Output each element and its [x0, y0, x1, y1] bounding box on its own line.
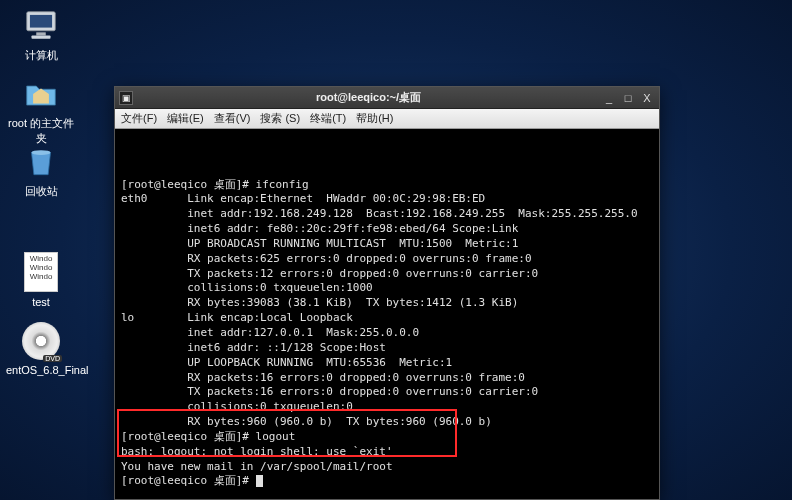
menu-file[interactable]: 文件(F) — [121, 111, 157, 126]
menu-edit[interactable]: 编辑(E) — [167, 111, 204, 126]
terminal-body[interactable]: [root@leeqico 桌面]# ifconfigeth0 Link enc… — [115, 129, 659, 499]
dvd-icon — [22, 322, 60, 360]
menubar: 文件(F) 编辑(E) 查看(V) 搜索 (S) 终端(T) 帮助(H) — [115, 109, 659, 129]
menu-help[interactable]: 帮助(H) — [356, 111, 393, 126]
terminal-line: bash: logout: not login shell: use `exit… — [121, 445, 653, 460]
maximize-button[interactable]: □ — [620, 91, 636, 105]
minimize-button[interactable]: _ — [601, 91, 617, 105]
trash-icon — [21, 144, 61, 180]
terminal-window: ▣ root@leeqico:~/桌面 _ □ X 文件(F) 编辑(E) 查看… — [114, 86, 660, 500]
terminal-line: inet6 addr: fe80::20c:29ff:fe98:ebed/64 … — [121, 222, 653, 237]
desktop-icon-trash[interactable]: 回收站 — [6, 144, 76, 199]
menu-terminal[interactable]: 终端(T) — [310, 111, 346, 126]
desktop-icon-home-folder[interactable]: root 的主文件夹 — [6, 76, 76, 146]
menu-search[interactable]: 搜索 (S) — [260, 111, 300, 126]
terminal-line: inet6 addr: ::1/128 Scope:Host — [121, 341, 653, 356]
cursor — [256, 475, 263, 487]
terminal-line: UP LOOPBACK RUNNING MTU:65536 Metric:1 — [121, 356, 653, 371]
desktop-icon-label: test — [6, 296, 76, 308]
desktop-icon-label: entOS_6.8_Final — [6, 364, 76, 376]
terminal-line: RX bytes:39083 (38.1 KiB) TX bytes:1412 … — [121, 296, 653, 311]
terminal-line: RX packets:16 errors:0 dropped:0 overrun… — [121, 371, 653, 386]
terminal-line: TX packets:16 errors:0 dropped:0 overrun… — [121, 385, 653, 400]
svg-rect-3 — [32, 36, 51, 39]
terminal-line: [root@leeqico 桌面]# — [121, 474, 653, 489]
desktop-icon-label: 回收站 — [6, 184, 76, 199]
terminal-line: UP BROADCAST RUNNING MULTICAST MTU:1500 … — [121, 237, 653, 252]
terminal-line: [root@leeqico 桌面]# ifconfig — [121, 178, 653, 193]
svg-rect-2 — [36, 32, 46, 35]
svg-point-4 — [32, 150, 51, 155]
terminal-line: collisions:0 txqueuelen:0 — [121, 400, 653, 415]
terminal-line: TX packets:12 errors:0 dropped:0 overrun… — [121, 267, 653, 282]
terminal-line: collisions:0 txqueuelen:1000 — [121, 281, 653, 296]
desktop-icon-label: 计算机 — [6, 48, 76, 63]
terminal-line: RX bytes:960 (960.0 b) TX bytes:960 (960… — [121, 415, 653, 430]
close-button[interactable]: X — [639, 91, 655, 105]
titlebar[interactable]: ▣ root@leeqico:~/桌面 _ □ X — [115, 87, 659, 109]
desktop-icon-computer[interactable]: 计算机 — [6, 8, 76, 63]
terminal-app-icon: ▣ — [119, 91, 133, 105]
terminal-line: [root@leeqico 桌面]# logout — [121, 430, 653, 445]
terminal-line: eth0 Link encap:Ethernet HWaddr 00:0C:29… — [121, 192, 653, 207]
terminal-line: You have new mail in /var/spool/mail/roo… — [121, 460, 653, 475]
computer-icon — [21, 8, 61, 44]
desktop-icon-dvd[interactable]: entOS_6.8_Final — [6, 322, 76, 376]
desktop-icon-test-file[interactable]: Windo Windo Windo test — [6, 252, 76, 308]
folder-icon — [21, 76, 61, 112]
terminal-line: inet addr:127.0.0.1 Mask:255.0.0.0 — [121, 326, 653, 341]
svg-rect-1 — [30, 15, 52, 28]
terminal-line: RX packets:625 errors:0 dropped:0 overru… — [121, 252, 653, 267]
desktop-icon-label: root 的主文件夹 — [6, 116, 76, 146]
terminal-line: inet addr:192.168.249.128 Bcast:192.168.… — [121, 207, 653, 222]
terminal-line: lo Link encap:Local Loopback — [121, 311, 653, 326]
window-title: root@leeqico:~/桌面 — [139, 90, 598, 105]
menu-view[interactable]: 查看(V) — [214, 111, 251, 126]
file-icon: Windo Windo Windo — [24, 252, 58, 292]
